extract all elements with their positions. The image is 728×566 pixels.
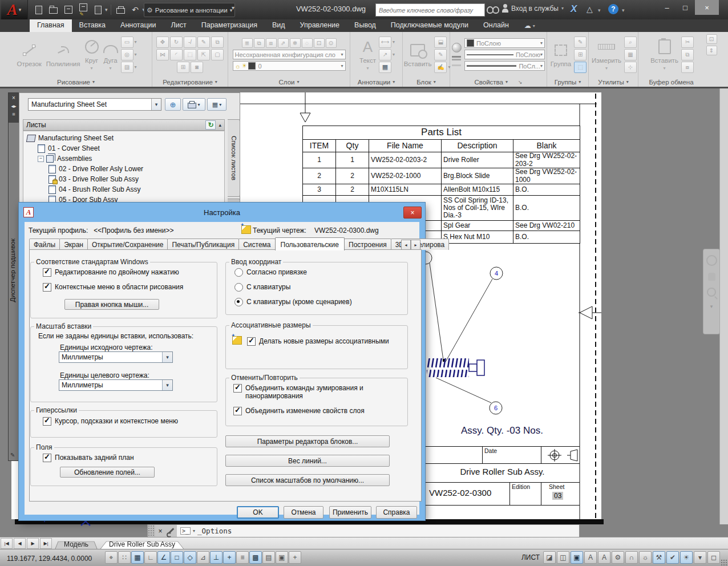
refresh-icon[interactable]: ↻ <box>205 120 216 130</box>
status-annotation-auto[interactable]: А <box>598 551 610 564</box>
dialog-tab[interactable]: Экран <box>59 238 88 250</box>
copy-tool[interactable]: ⧉ <box>211 37 224 48</box>
layer-freeze-button[interactable]: ❄ <box>290 38 301 48</box>
checkbox-combine-layer[interactable]: Объединить изменение свойств слоя <box>233 407 365 415</box>
palette-properties-icon[interactable]: ≡ <box>12 111 15 117</box>
status-hardware-accel[interactable]: ☼ <box>639 551 652 564</box>
layer-state-combo[interactable]: Несохраненная конфигурация сло▾ <box>233 50 346 59</box>
panel-title-annotation[interactable]: Аннотации▾ <box>350 77 402 87</box>
quick-select-tool[interactable]: ⌕ <box>624 37 637 48</box>
toggle-snap[interactable]: ∷ <box>118 551 131 564</box>
tab-scroll-left[interactable]: ◂ <box>401 240 411 250</box>
edit-block-tool[interactable]: ✎ <box>434 49 447 60</box>
status-quick-view-layouts[interactable]: ◫ <box>557 551 569 564</box>
publish-button[interactable]: ▾ <box>183 98 205 111</box>
hatch-tool[interactable]: ▨ <box>121 62 134 73</box>
status-viewport-maximize[interactable]: ▣ <box>571 551 583 564</box>
stretch-tool[interactable]: ⇱ <box>197 49 210 60</box>
radio-icon[interactable] <box>234 283 243 292</box>
group-selection-toggle[interactable]: ⬚ <box>574 62 587 73</box>
radio-icon[interactable] <box>234 268 243 277</box>
vertical-scrollbar[interactable] <box>719 88 728 524</box>
panel-title-edit[interactable]: Редактирование▾ <box>152 77 228 87</box>
source-units-select[interactable]: Миллиметры▾ <box>59 351 173 363</box>
help-button-dialog[interactable]: Справка <box>376 506 417 519</box>
workspace-switcher[interactable]: ⚙ Рисование и аннотации ▾ <box>144 3 235 17</box>
tree-item[interactable]: 03 - Drive Roller Sub Assy <box>23 174 224 184</box>
lineweight-settings-button[interactable]: Вес линий... <box>225 455 390 467</box>
tree-item[interactable]: 02 - Drive Roller Asly Lower <box>23 164 224 174</box>
panel-title-clipboard[interactable]: Буфер обмена <box>638 77 704 87</box>
dimension-tool[interactable]: ⟷ <box>379 37 391 48</box>
array-tool[interactable]: ⊞ <box>177 62 189 73</box>
close-button[interactable]: × <box>695 0 719 15</box>
checkbox-field-background[interactable]: Показывать задний план <box>43 454 134 462</box>
radio-keyboard-except[interactable]: С клавиатуры (кроме сценариев) <box>234 298 352 306</box>
target-units-select[interactable]: Миллиметры▾ <box>59 379 173 391</box>
layer-state-button[interactable]: ⧉ <box>254 38 265 48</box>
block-attributes-tool[interactable]: ✍ <box>434 62 447 73</box>
ribbon-tab[interactable]: Вид <box>265 19 293 32</box>
toggle-quick-properties[interactable]: ▤ <box>262 551 275 564</box>
checkbox-icon[interactable] <box>43 417 51 426</box>
checkbox-contextmenu[interactable]: Контекстные меню в области рисования <box>43 283 183 292</box>
tree-item[interactable]: Manufacturing Sheet Set <box>23 133 224 143</box>
dialog-tab[interactable]: Пользовательские <box>275 237 345 250</box>
mirror-tool[interactable]: ⋈ <box>156 49 169 60</box>
checkbox-icon[interactable] <box>43 268 51 277</box>
ribbon-tab[interactable]: Лист <box>164 19 194 32</box>
paste-special-tool[interactable]: ⧇ <box>681 62 694 73</box>
zoom-icon[interactable] <box>707 288 716 297</box>
paste-tool[interactable]: Вставить▾ <box>649 38 680 71</box>
palette-autohide-icon[interactable]: ◂▸ <box>11 103 16 109</box>
checkbox-icon[interactable] <box>233 384 242 393</box>
sheet-selections-button[interactable]: ▦▾ <box>207 98 227 111</box>
toggle-otrack[interactable]: ⊿ <box>197 551 209 564</box>
toggle-annotation-monitor[interactable]: + <box>289 551 301 564</box>
circle-tool[interactable]: Круг▾ <box>83 38 100 71</box>
layer-properties-button[interactable]: ≣ <box>242 38 253 48</box>
checkbox-hyperlink-cursor[interactable]: Курсор, подсказки и контекстное меню <box>43 417 178 426</box>
save-button[interactable] <box>62 3 75 16</box>
autodesk-360-icon[interactable]: △ <box>587 5 593 14</box>
insert-block-tool[interactable]: Вставить <box>402 42 434 67</box>
ribbon-tab[interactable]: Подключаемые модули <box>383 19 476 32</box>
group-tool[interactable]: Группа <box>549 42 573 67</box>
status-annotation-scale[interactable]: А <box>584 551 597 564</box>
toggle-inference[interactable]: ⌖ <box>105 551 118 564</box>
layout-nav-button[interactable]: ▶| <box>40 538 52 549</box>
checkbox-icon[interactable] <box>43 454 51 462</box>
search-binoculars-icon[interactable] <box>487 6 498 13</box>
toggle-osnap[interactable]: □ <box>171 551 183 564</box>
tab-model[interactable]: Модель <box>55 539 98 549</box>
resize-grip[interactable] <box>721 559 727 566</box>
lineweight-combo[interactable]: ПоСл...▾ <box>464 61 545 71</box>
create-block-tool[interactable]: ⬓ <box>434 37 447 48</box>
chevron-down-icon[interactable]: ▾ <box>598 7 601 13</box>
color-sphere-icon[interactable] <box>452 43 462 52</box>
collapse-icon[interactable]: ▴ <box>219 122 221 128</box>
toggle-grid[interactable]: ▦ <box>131 551 144 564</box>
dialog-launcher-icon[interactable]: ↘ <box>518 79 523 85</box>
cloud-menu-button[interactable]: ☁ ▾ <box>524 22 535 30</box>
print-button[interactable] <box>114 3 127 16</box>
save-as-button[interactable]: ✎ <box>76 3 90 16</box>
rectangle-tool[interactable]: ▭ <box>121 37 134 48</box>
layer-combo[interactable]: ☼ ☀ 0▾ <box>233 61 346 71</box>
id-point-tool[interactable]: ⊹ <box>624 62 637 73</box>
open-file-button[interactable] <box>47 3 60 16</box>
qat-menu-chevron[interactable]: ▾ <box>232 5 234 11</box>
navigation-bar[interactable]: ▾ <box>703 249 720 334</box>
toggle-ortho[interactable]: ∟ <box>144 551 157 564</box>
toggle-transparency[interactable]: ▩ <box>249 551 262 564</box>
new-file-button[interactable] <box>32 3 45 16</box>
radio-icon[interactable] <box>234 298 243 306</box>
palette-close-icon[interactable]: × <box>12 95 15 101</box>
ribbon-options-button[interactable]: ⇕ <box>706 46 717 55</box>
ribbon-tab[interactable]: Управление <box>293 19 347 32</box>
minimize-button[interactable]: – <box>658 0 676 15</box>
toggle-3d-osnap[interactable]: ◇ <box>184 551 196 564</box>
move-tool[interactable]: ✥ <box>156 37 169 48</box>
status-lock-ui[interactable]: ∩ <box>625 551 638 564</box>
checkbox-doubleclick[interactable]: Редактирование по двойному нажатию <box>43 268 179 277</box>
